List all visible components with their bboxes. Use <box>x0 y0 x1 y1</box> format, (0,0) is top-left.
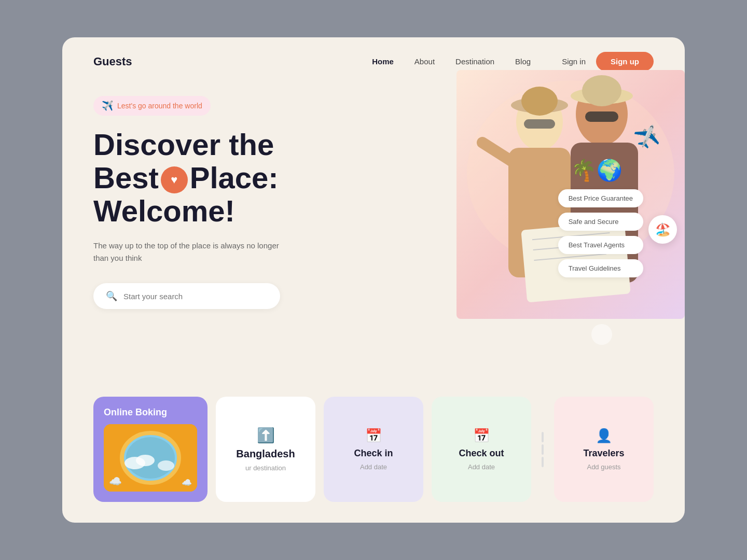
divider-dot-3 <box>542 457 544 467</box>
nav-actions: Sign in Sign up <box>562 52 654 71</box>
svg-rect-5 <box>524 119 555 129</box>
divider-dot-1 <box>542 432 544 442</box>
divider-dots <box>542 432 544 467</box>
travelers-person-icon: 👤 <box>596 428 612 444</box>
destination-nav-icon: ⬆️ <box>257 427 275 444</box>
main-container: Guests Home About Destination Blog Sign … <box>62 37 685 523</box>
checkout-sub: Add date <box>468 463 495 471</box>
hero-title: Discover the Best♥Place: Welcome! <box>93 128 374 227</box>
feature-badge-2: Best Travel Agents <box>558 236 643 254</box>
booking-section: Online Boking ☁️ ☁️ <box>62 397 685 523</box>
search-icon: 🔍 <box>106 290 117 302</box>
nav-destination[interactable]: Destination <box>455 57 494 66</box>
destination-title: Bangladesh <box>236 448 295 460</box>
hero-title-line4: Welcome! <box>93 194 235 228</box>
travelers-title: Travelers <box>583 448 624 459</box>
hero-left: ✈️ Lest's go around the world Discover t… <box>93 86 374 397</box>
checkout-calendar-icon: 📅 <box>473 428 490 444</box>
hero-tag: ✈️ Lest's go around the world <box>93 96 211 116</box>
svg-point-9 <box>582 75 621 106</box>
checkin-sub: Add date <box>360 463 387 471</box>
destination-subtitle: ur destination <box>245 464 286 472</box>
booking-image: ☁️ ☁️ <box>104 424 197 492</box>
destination-card[interactable]: ⬆️ Bangladesh ur destination <box>216 397 315 502</box>
checkin-card[interactable]: 📅 Check in Add date <box>324 397 423 502</box>
heart-icon: ♥ <box>161 166 188 193</box>
location-circle: 🏖️ <box>648 215 677 244</box>
bubble-decoration-2 <box>591 324 612 345</box>
checkin-title: Check in <box>354 448 393 459</box>
hero-subtitle: The way up to the top of the place is al… <box>93 240 290 264</box>
feature-badges: Best Price Guarantee Safe and Secure Bes… <box>558 189 643 277</box>
tag-airplane-icon: ✈️ <box>102 100 113 111</box>
nav-about[interactable]: About <box>414 57 435 66</box>
online-booking-card[interactable]: Online Boking ☁️ ☁️ <box>93 397 208 502</box>
svg-point-22 <box>126 437 175 479</box>
feature-badge-1: Safe and Secure <box>558 213 643 231</box>
travelers-card[interactable]: 👤 Travelers Add guests <box>554 397 654 502</box>
checkin-calendar-icon: 📅 <box>365 428 382 444</box>
nav-blog[interactable]: Blog <box>515 57 531 66</box>
globe-icon: 🌴🌍 <box>571 158 622 183</box>
hero-title-line1: Discover the <box>93 128 274 161</box>
search-input[interactable] <box>123 292 268 301</box>
svg-point-4 <box>521 87 558 116</box>
sign-in-button[interactable]: Sign in <box>562 57 586 66</box>
divider-dot-2 <box>542 444 544 455</box>
logo: Guests <box>93 55 132 68</box>
travelers-sub: Add guests <box>587 463 620 471</box>
hero-tag-text: Lest's go around the world <box>117 102 202 110</box>
nav-links: Home About Destination Blog <box>372 57 531 66</box>
sign-up-button[interactable]: Sign up <box>596 52 654 71</box>
hero-right: 🌴🌍 ✈️ 🏖️ Best Price Guarantee Safe and S… <box>374 86 654 397</box>
checkout-card[interactable]: 📅 Check out Add date <box>432 397 531 502</box>
online-booking-title: Online Boking <box>104 407 197 418</box>
cloud-icon-2: ☁️ <box>182 478 192 487</box>
checkout-title: Check out <box>459 448 504 459</box>
hero-section: ✈️ Lest's go around the world Discover t… <box>62 86 685 397</box>
search-bar[interactable]: 🔍 <box>93 283 280 309</box>
nav-home[interactable]: Home <box>372 57 394 66</box>
feature-badge-0: Best Price Guarantee <box>558 189 643 207</box>
feature-badge-3: Travel Guidelines <box>558 259 643 277</box>
cloud-icon-1: ☁️ <box>109 475 122 487</box>
svg-rect-10 <box>585 111 618 122</box>
hero-title-line3: Place: <box>190 161 279 194</box>
hero-title-line2: Best <box>93 161 159 194</box>
